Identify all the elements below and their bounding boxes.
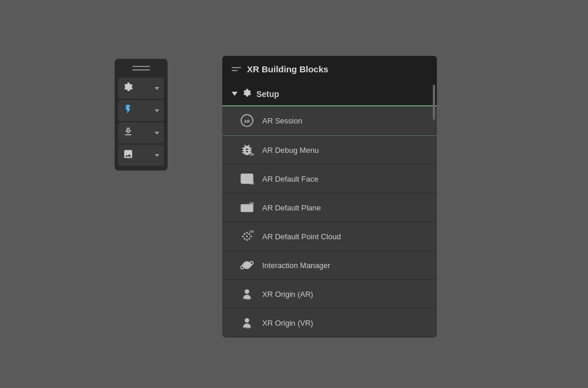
image-button[interactable] — [118, 145, 164, 166]
svg-text:AR: AR — [244, 119, 250, 123]
xr-building-blocks-panel: XR Building Blocks Setup AR — [222, 56, 437, 337]
list-item[interactable]: XR AR Default Plane — [222, 193, 437, 222]
download-icon — [123, 126, 133, 139]
handle-line-1 — [132, 66, 150, 67]
list-item[interactable]: XR AR Default Point Cloud — [222, 222, 437, 251]
list-item[interactable]: AR XR Origin (AR) — [222, 280, 437, 309]
svg-point-4 — [244, 177, 246, 179]
scrollbar-thumb[interactable] — [433, 85, 435, 120]
svg-text:XR: XR — [250, 153, 254, 156]
header-line-2 — [232, 70, 238, 71]
interaction-manager-icon — [239, 257, 255, 273]
svg-point-13 — [246, 232, 248, 234]
xr-origin-ar-icon: AR — [239, 286, 255, 302]
svg-point-22 — [241, 266, 244, 269]
svg-text:AR: AR — [245, 297, 250, 300]
ar-debug-label: AR Debug Menu — [262, 146, 319, 155]
handle-line-2 — [132, 69, 150, 71]
panel-header: XR Building Blocks — [222, 56, 437, 82]
lightning-chevron — [155, 109, 159, 112]
header-line-1 — [232, 67, 241, 68]
settings-button[interactable] — [118, 78, 164, 99]
settings-chevron — [155, 87, 159, 90]
download-button[interactable] — [118, 122, 164, 143]
panel-body: Setup AR AR Session XR — [222, 82, 437, 337]
ar-session-label: AR Session — [262, 116, 302, 125]
svg-point-19 — [246, 236, 248, 238]
svg-point-17 — [246, 239, 248, 241]
ar-point-cloud-icon: XR — [239, 228, 255, 245]
panel-title: XR Building Blocks — [247, 64, 328, 74]
svg-text:XR: XR — [250, 182, 254, 185]
svg-point-18 — [244, 238, 246, 240]
toolbar-handle — [132, 63, 150, 73]
setup-section-label: Setup — [256, 89, 279, 99]
scrollbar[interactable] — [432, 82, 436, 337]
ar-point-cloud-label: AR Default Point Cloud — [262, 232, 341, 241]
svg-point-16 — [249, 238, 250, 240]
svg-point-25 — [245, 319, 249, 322]
svg-text:VR: VR — [245, 326, 250, 329]
ar-face-label: AR Default Face — [262, 175, 318, 183]
section-arrow-icon — [232, 92, 238, 96]
interaction-manager-label: Interaction Manager — [262, 261, 330, 270]
xr-origin-vr-icon: VR — [239, 315, 255, 331]
download-chevron — [155, 132, 159, 135]
list-item[interactable]: Interaction Manager — [222, 251, 437, 280]
svg-point-23 — [245, 290, 249, 293]
setup-gear-icon — [242, 88, 252, 99]
item-list: AR AR Session XR AR Debug Menu — [222, 105, 437, 337]
ar-plane-label: AR Default Plane — [262, 203, 321, 212]
ar-debug-icon: XR — [239, 142, 255, 158]
toolbar-panel — [115, 59, 168, 170]
header-drag-lines — [232, 67, 241, 71]
ar-session-icon: AR — [239, 112, 255, 129]
image-chevron — [155, 154, 159, 157]
list-item[interactable]: AR AR Session — [222, 105, 437, 135]
xr-origin-ar-label: XR Origin (AR) — [262, 290, 313, 299]
ar-face-icon: XR — [239, 170, 255, 187]
image-icon — [123, 149, 133, 162]
svg-point-5 — [248, 177, 250, 179]
svg-text:XR: XR — [249, 202, 254, 205]
xr-origin-vr-label: XR Origin (VR) — [262, 319, 313, 327]
ar-plane-icon: XR — [239, 199, 255, 216]
svg-point-11 — [242, 236, 244, 238]
list-item[interactable]: XR AR Default Face — [222, 165, 437, 193]
svg-point-21 — [250, 262, 253, 265]
list-item[interactable]: VR XR Origin (VR) — [222, 309, 437, 337]
settings-icon — [123, 82, 133, 95]
list-item[interactable]: XR AR Debug Menu — [222, 135, 437, 165]
lightning-button[interactable] — [118, 100, 164, 121]
svg-point-12 — [244, 233, 246, 235]
setup-section-header[interactable]: Setup — [222, 82, 437, 105]
lightning-icon — [123, 104, 133, 117]
svg-text:XR: XR — [249, 230, 254, 233]
svg-point-15 — [250, 236, 252, 238]
